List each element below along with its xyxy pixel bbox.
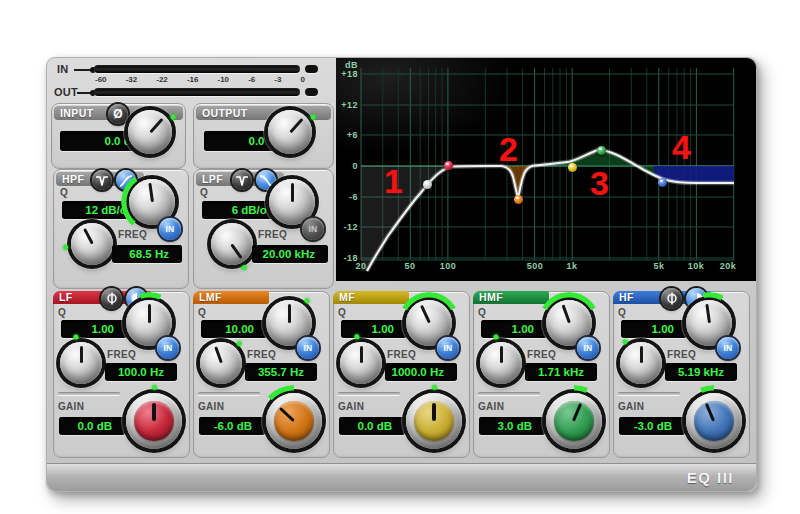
hf-freq-label: FREQ: [667, 349, 696, 360]
hmf-band-header: HMF: [473, 291, 549, 304]
x-tick: 500: [527, 261, 544, 271]
lpf-freq-display[interactable]: 20.00 kHz: [252, 245, 328, 263]
meter-scale-tick: -3: [274, 75, 281, 84]
callout-2: 2: [499, 132, 518, 166]
hpf-freq-label: FREQ: [118, 229, 147, 240]
hmf-freq-display[interactable]: 1.71 kHz: [525, 363, 597, 381]
lpf-freq-label: FREQ: [258, 229, 287, 240]
hpf-notch-type-button[interactable]: [92, 170, 112, 190]
y-tick: 0: [336, 161, 358, 171]
x-tick: 10k: [688, 261, 705, 271]
lf-freq-display[interactable]: 100.0 Hz: [105, 363, 177, 381]
lpf-notch-type-button[interactable]: [232, 170, 252, 190]
lmf-gain-knob[interactable]: [266, 393, 322, 449]
lf-gain-knob[interactable]: [126, 393, 182, 449]
output-gain-knob[interactable]: [268, 110, 312, 154]
y-tick: -12: [336, 222, 358, 232]
page-background: IN -60 -32 -22 -16 -10 -6 -3 0 OUT INPUT…: [0, 0, 800, 514]
hpf-freq-display[interactable]: 68.5 Hz: [112, 245, 182, 263]
plugin-footer: EQ III: [47, 463, 756, 491]
hpf-curve-handle[interactable]: [423, 180, 432, 189]
mf-freq-knob[interactable]: [340, 342, 382, 384]
x-tick: 100: [440, 261, 457, 271]
hf-in-button[interactable]: IN: [717, 337, 739, 359]
divider: [198, 392, 260, 395]
meter-scale-tick: -10: [218, 75, 230, 84]
knob-cap: [274, 401, 313, 440]
lf-curve-handle[interactable]: [444, 161, 453, 170]
lpf-in-button[interactable]: IN: [302, 218, 324, 240]
mf-gain-display[interactable]: 0.0 dB: [339, 417, 405, 435]
hf-curve-handle[interactable]: [658, 178, 667, 187]
mf-gain-knob[interactable]: [406, 393, 462, 449]
lmf-freq-knob[interactable]: [200, 342, 242, 384]
mf-freq-display[interactable]: 1000.0 Hz: [385, 363, 457, 381]
lf-freq-knob[interactable]: [60, 342, 102, 384]
x-tick: 50: [404, 261, 415, 271]
mf-band-header: MF: [333, 291, 409, 304]
lmf-band-section: LMF Q 10.00 FREQ 355.7 Hz IN GAIN -6.0 d…: [193, 291, 328, 456]
lmf-gain-label: GAIN: [198, 401, 224, 412]
x-tick: 1k: [566, 261, 577, 271]
lmf-freq-label: FREQ: [247, 349, 276, 360]
hf-gain-knob[interactable]: [686, 393, 742, 449]
mf-freq-label: FREQ: [387, 349, 416, 360]
output-section: OUTPUT 0.0 dB: [193, 103, 334, 169]
hf-freq-knob[interactable]: [620, 342, 662, 384]
knob-cap: [554, 401, 593, 440]
peak-curve-icon: [105, 292, 119, 305]
phase-icon: Ø: [113, 107, 122, 121]
hpf-in-button[interactable]: IN: [159, 218, 181, 240]
divider: [618, 392, 680, 395]
meter-scale-tick: -6: [248, 75, 255, 84]
eq3-plugin-window: IN -60 -32 -22 -16 -10 -6 -3 0 OUT INPUT…: [46, 57, 757, 492]
hf-gain-display[interactable]: -3.0 dB: [619, 417, 685, 435]
hmf-in-button[interactable]: IN: [577, 337, 599, 359]
lmf-band-header: LMF: [193, 291, 269, 304]
divider: [478, 392, 540, 395]
lmf-curve-handle[interactable]: [514, 195, 523, 204]
input-clip-led[interactable]: [305, 65, 318, 73]
knob-cap: [414, 401, 453, 440]
mf-band-section: MF Q 1.00 FREQ 1000.0 Hz IN GAIN 0.0 dB: [333, 291, 468, 456]
lmf-q-display[interactable]: 10.00: [201, 320, 267, 338]
lpf-section: LPF Q 6 dB/oct FREQ 20.00 kHz IN: [193, 169, 334, 289]
lf-in-button[interactable]: IN: [157, 337, 179, 359]
hmf-gain-knob[interactable]: [546, 393, 602, 449]
hpf-q-label: Q: [60, 187, 68, 198]
meter-scale-tick: 0: [301, 75, 305, 84]
divider: [338, 392, 400, 395]
lmf-freq-display[interactable]: 355.7 Hz: [245, 363, 317, 381]
lmf-in-button[interactable]: IN: [297, 337, 319, 359]
callout-3: 3: [590, 166, 609, 200]
hmf-curve-handle[interactable]: [597, 146, 606, 155]
output-level-meter: [94, 88, 300, 96]
input-gain-knob[interactable]: [128, 110, 172, 154]
in-meter-label: IN: [57, 63, 69, 75]
hmf-freq-label: FREQ: [527, 349, 556, 360]
meter-scale-tick: -16: [187, 75, 199, 84]
output-clip-led[interactable]: [305, 88, 318, 96]
y-tick: -6: [336, 192, 358, 202]
mf-curve-handle[interactable]: [568, 163, 577, 172]
eq-curve-display: dB +18 +12 +6 0 -6 -12 -18 20 50 100 500…: [336, 58, 756, 281]
hmf-freq-knob[interactable]: [480, 342, 522, 384]
mf-q-label: Q: [338, 307, 346, 318]
input-level-meter: [94, 65, 300, 73]
meter-scale: -60 -32 -22 -16 -10 -6 -3 0: [95, 75, 305, 84]
hf-freq-display[interactable]: 5.19 kHz: [665, 363, 737, 381]
mf-in-button[interactable]: IN: [437, 337, 459, 359]
knob-green-marker: [476, 338, 526, 388]
input-section: INPUT Ø 0.0 dB: [51, 103, 186, 169]
lmf-gain-display[interactable]: -6.0 dB: [199, 417, 265, 435]
meter-scale-tick: -32: [126, 75, 138, 84]
mf-gain-label: GAIN: [338, 401, 364, 412]
lf-peak-type-button[interactable]: [101, 288, 122, 309]
hpf-section: HPF Q 12 dB/oct FREQ 68.5 Hz IN: [53, 169, 189, 289]
hpf-freq-knob[interactable]: [71, 223, 113, 265]
lpf-freq-knob[interactable]: [211, 223, 253, 265]
hf-peak-type-button[interactable]: [661, 288, 682, 309]
hmf-gain-display[interactable]: 3.0 dB: [479, 417, 545, 435]
lf-gain-display[interactable]: 0.0 dB: [59, 417, 125, 435]
knob-cap: [134, 401, 173, 440]
